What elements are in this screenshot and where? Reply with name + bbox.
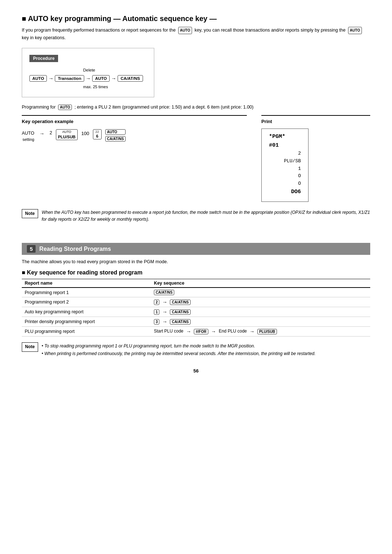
procedure-section: Procedure Delete AUTO → Transaction → AU… xyxy=(22,48,370,105)
ca-at-ns-stacked: CA/AT/NS xyxy=(105,136,126,142)
arrow-1: → xyxy=(48,76,53,81)
auto-key-inline3: AUTO xyxy=(58,105,72,110)
section5-title: Reading Stored Programs xyxy=(39,246,111,252)
note2-bullet2: When printing is performed continuously,… xyxy=(42,350,316,357)
num-3-seq4: 3 xyxy=(154,319,160,325)
section5-number: 5 xyxy=(27,245,36,253)
print-line-o2: O xyxy=(269,180,301,188)
key-operation-column: Key operation example AUTO setting → 2 A… xyxy=(22,115,247,202)
start-plu-label: Start PLU code xyxy=(154,329,183,334)
auto-key-stacked: AUTO xyxy=(105,129,126,135)
auto-key-2: AUTO xyxy=(92,75,110,82)
ko-num-2: 2 xyxy=(50,130,52,135)
note-label-2: Note xyxy=(22,342,38,351)
arrow-seq5a: → xyxy=(186,329,191,334)
intro-paragraph: If you program frequently performed tran… xyxy=(22,27,370,41)
note-1: Note When the AUTO key has been programm… xyxy=(22,209,370,223)
table-header-keyseq: Key sequence xyxy=(151,279,370,288)
arrow-seq3: → xyxy=(162,309,167,315)
plu-sub-seq5: PLU/SUB xyxy=(257,329,277,334)
report-name-4: Printer density programming report xyxy=(22,317,151,327)
arrow-3: → xyxy=(111,76,116,81)
print-line-1: 1 xyxy=(269,165,301,173)
table-row: Printer density programming report 3 → C… xyxy=(22,317,370,327)
key-seq-subtitle: Key sequence for reading stored program xyxy=(22,269,370,276)
key-seq-1: CA/AT/NS xyxy=(151,288,370,297)
end-plu-label: End PLU code xyxy=(219,329,247,334)
section5-header: 5 Reading Stored Programs xyxy=(22,243,370,255)
delete-label: Delete xyxy=(83,68,95,72)
table-row: Programming report 1 CA/AT/NS xyxy=(22,288,370,297)
key-op-header: Key operation example xyxy=(22,119,247,124)
intro-text-2: key, you can recall those transactions a… xyxy=(195,28,346,33)
key-seq-4: 3 → CA/AT/NS xyxy=(151,317,370,327)
key-seq-3: 1 → CA/AT/NS xyxy=(151,307,370,317)
ca-at-ns-key-1: CA/AT/NS xyxy=(118,75,143,82)
print-column: Print *PGM* #01 2 PLU/SB 1 O O DO6 xyxy=(261,115,370,202)
procedure-label: Procedure xyxy=(29,55,58,62)
programming-example: Programming for AUTO ; entering a PLU 2 … xyxy=(22,105,370,110)
print-line-plusb: PLU/SB xyxy=(269,158,301,165)
intro-text-3: key in key operations. xyxy=(22,35,66,40)
print-line-2: 2 xyxy=(269,150,301,158)
report-name-2: Programming report 2 xyxy=(22,297,151,307)
note2-bullet1: To stop reading programming report 1 or … xyxy=(42,342,316,350)
key-seq-5: Start PLU code → #/FOR → End PLU code → … xyxy=(151,327,370,337)
print-line-d06: DO6 xyxy=(269,188,301,196)
print-line-pgm: *PGM* xyxy=(269,133,301,141)
page-title: AUTO key programming — Automatic sequenc… xyxy=(22,15,370,23)
intro-text-1: If you program frequently performed tran… xyxy=(22,28,176,33)
key-sequence-table: Report name Key sequence Programming rep… xyxy=(22,279,370,337)
table-row: Auto key programming report 1 → CA/AT/NS xyxy=(22,307,370,317)
page-number: 56 xyxy=(22,368,370,374)
key-seq-2: 2 → CA/AT/NS xyxy=(151,297,370,307)
section5-desc: The machine allows you to read every pro… xyxy=(22,259,370,264)
ca-at-ns-seq4: CA/AT/NS xyxy=(170,319,190,325)
max-label: max. 25 times xyxy=(83,85,143,89)
note-text-1: When the AUTO key has been programmed to… xyxy=(42,209,370,223)
report-name-5: PLU programming report xyxy=(22,327,151,337)
note2-bullets: To stop reading programming report 1 or … xyxy=(42,342,316,357)
arrow-seq2: → xyxy=(162,299,167,305)
print-header: Print xyxy=(261,119,370,124)
arrow-seq5b: → xyxy=(211,329,216,334)
print-receipt: *PGM* #01 2 PLU/SB 1 O O DO6 xyxy=(261,129,309,202)
report-name-1: Programming report 1 xyxy=(22,288,151,297)
table-header-report: Report name xyxy=(22,279,151,288)
table-row: Programming report 2 2 → CA/AT/NS xyxy=(22,297,370,307)
ko-num-100: 100 xyxy=(81,131,89,136)
print-line-01: #01 xyxy=(269,141,301,150)
auto-key-inline: AUTO xyxy=(178,27,192,34)
note-label-1: Note xyxy=(22,209,38,218)
auto-key-inline2: AUTO xyxy=(348,27,362,34)
ca-at-ns-seq2: CA/AT/NS xyxy=(170,300,190,305)
ca-at-ns-seq1: CA/AT/NS xyxy=(154,290,174,295)
print-line-o1: O xyxy=(269,172,301,180)
arrow-seq4: → xyxy=(162,319,167,325)
prog-example-text: ; entering a PLU 2 item (programmed unit… xyxy=(74,105,253,110)
note-2: Note To stop reading programming report … xyxy=(22,342,370,357)
arrow-seq5c: → xyxy=(250,329,255,334)
plu-sub-key: AUTO PLU/SUB xyxy=(56,129,78,140)
dept-key: 22 6 xyxy=(93,129,102,139)
arrow-2: → xyxy=(86,76,91,81)
hash-for-key: #/FOR xyxy=(194,329,208,334)
transaction-key: Transaction xyxy=(55,75,84,82)
setting-label: setting xyxy=(23,137,34,142)
num-1-seq3: 1 xyxy=(154,309,160,315)
auto-setting-label: AUTO xyxy=(22,131,34,136)
ko-arrow-1: → xyxy=(40,131,45,137)
prog-example-label: Programming for xyxy=(22,105,56,110)
key-op-print-section: Key operation example AUTO setting → 2 A… xyxy=(22,115,370,202)
ca-at-ns-seq3: CA/AT/NS xyxy=(170,309,190,315)
num-2-seq2: 2 xyxy=(154,300,160,305)
report-name-3: Auto key programming report xyxy=(22,307,151,317)
table-row: PLU programming report Start PLU code → … xyxy=(22,327,370,337)
auto-key-1: AUTO xyxy=(29,75,47,82)
